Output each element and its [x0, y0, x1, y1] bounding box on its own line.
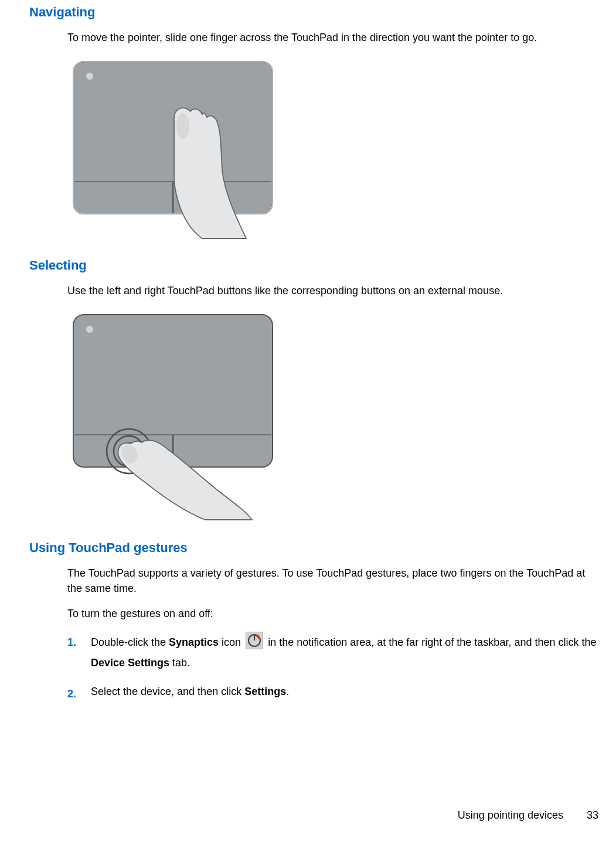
step-1-text-b: icon [219, 636, 244, 648]
intro-gestures: To turn the gestures on and off: [67, 607, 598, 621]
heading-gestures: Using TouchPad gestures [29, 540, 598, 556]
svg-point-8 [86, 326, 93, 333]
step-number: 2. [67, 686, 76, 703]
body-navigating: To move the pointer, slide one finger ac… [67, 30, 598, 45]
step-2: 2. Select the device, and then click Set… [67, 683, 598, 700]
step-1-text-c: in the notification area, at the far rig… [265, 636, 596, 648]
svg-point-2 [86, 73, 93, 80]
step-1-bold-synaptics: Synaptics [169, 636, 219, 648]
heading-navigating: Navigating [29, 5, 598, 20]
step-2-bold-settings: Settings [244, 686, 286, 697]
step-1-bold-device-settings: Device Settings [91, 657, 169, 669]
illustration-navigating [67, 56, 598, 243]
steps-list: 1. Double-click the Synaptics icon in th… [67, 632, 598, 700]
footer-section-title: Using pointing devices [458, 809, 563, 821]
step-1-text-a: Double-click the [91, 636, 169, 648]
heading-selecting: Selecting [29, 258, 598, 273]
illustration-selecting [67, 309, 598, 526]
body-gestures: The TouchPad supports a variety of gestu… [67, 566, 598, 595]
step-1-text-d: tab. [169, 657, 190, 669]
footer-page-number: 33 [587, 809, 598, 822]
body-selecting: Use the left and right TouchPad buttons … [67, 284, 598, 298]
page-footer: Using pointing devices 33 [458, 809, 598, 822]
step-2-text-b: . [286, 686, 289, 697]
step-2-text-a: Select the device, and then click [91, 686, 244, 697]
step-1: 1. Double-click the Synaptics icon in th… [67, 632, 598, 672]
touchpad-navigate-icon [67, 56, 278, 243]
synaptics-icon [246, 632, 263, 655]
touchpad-select-icon [67, 309, 278, 526]
svg-point-6 [176, 113, 189, 139]
step-number: 1. [67, 634, 76, 651]
